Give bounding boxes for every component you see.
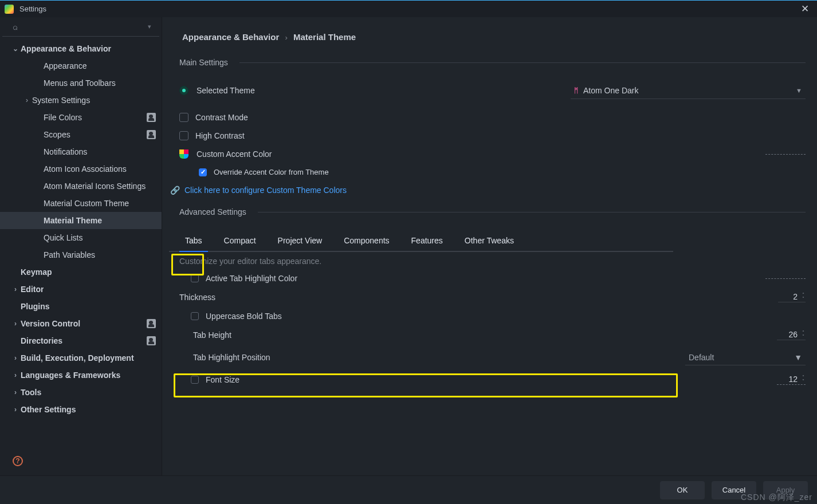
title-bar: Settings ✕ — [0, 0, 817, 17]
tab-components[interactable]: Components — [338, 231, 395, 251]
breadcrumb: Appearance & Behavior › Material Theme — [162, 17, 817, 50]
checkbox-contrast-mode[interactable] — [179, 113, 188, 122]
tree-item-version-control[interactable]: ›Version Control — [0, 315, 162, 332]
tree-item-directories[interactable]: Directories — [0, 332, 162, 349]
help-row: ? — [0, 447, 162, 475]
tree-item-file-colors[interactable]: File Colors — [0, 109, 162, 126]
tab-highlight-pos-label: Tab Highlight Position — [193, 353, 685, 362]
tree-item-other-settings[interactable]: ›Other Settings — [0, 401, 162, 418]
chevron-right-icon[interactable]: › — [10, 371, 21, 379]
tree-item-label: Version Control — [21, 319, 80, 328]
tree-item-label: Editor — [21, 285, 44, 294]
chevron-down-icon: ▼ — [794, 353, 802, 362]
high-contrast-label: High Contrast — [195, 131, 806, 140]
breadcrumb-root[interactable]: Appearance & Behavior — [182, 32, 279, 42]
tree-item-path-variables[interactable]: Path Variables — [0, 246, 162, 263]
tree-item-notifications[interactable]: Notifications — [0, 143, 162, 160]
theme-select-value: Atom One Dark — [583, 86, 796, 95]
close-icon[interactable]: ✕ — [798, 3, 812, 15]
tab-project-view[interactable]: Project View — [272, 231, 328, 251]
checkbox-high-contrast[interactable] — [179, 131, 188, 140]
search-icon: ⌕ — [13, 22, 18, 32]
tab-other-tweaks[interactable]: Other Tweaks — [459, 231, 520, 251]
tree-item-tools[interactable]: ›Tools — [0, 384, 162, 401]
tab-highlight-position-select[interactable]: Default ▼ — [685, 349, 806, 365]
font-size-stepper[interactable]: 12 ˄˅ — [777, 375, 806, 385]
chevron-right-icon: › — [285, 33, 287, 42]
chevron-right-icon[interactable]: › — [10, 405, 21, 414]
tree-item-material-theme[interactable]: Material Theme — [0, 212, 162, 229]
apply-button[interactable]: Apply — [763, 481, 808, 499]
tree-item-quick-lists[interactable]: Quick Lists — [0, 229, 162, 246]
chevron-down-icon[interactable]: ⌄ — [10, 45, 21, 53]
chevron-down-icon[interactable]: ˅ — [802, 334, 804, 338]
configure-theme-colors-link[interactable]: Click here to configure Custom Theme Col… — [184, 186, 347, 195]
scope-badge-icon — [147, 130, 156, 139]
tab-highlight-position-value: Default — [689, 353, 714, 362]
thickness-stepper[interactable]: 2 ˄˅ — [778, 292, 806, 302]
help-icon[interactable]: ? — [13, 456, 23, 466]
chevron-right-icon[interactable]: › — [22, 96, 32, 104]
tree-item-label: System Settings — [32, 96, 90, 105]
dialog-footer: OK Cancel Apply — [0, 475, 817, 504]
chevron-right-icon[interactable]: › — [10, 388, 21, 396]
chevron-right-icon[interactable]: › — [10, 354, 21, 362]
settings-tree: ⌄Appearance & BehaviorAppearanceMenus an… — [0, 37, 162, 447]
chevron-down-icon: ▼ — [796, 87, 802, 94]
tab-features[interactable]: Features — [406, 231, 449, 251]
font-size-label: Font Size — [206, 375, 777, 384]
tab-tabs[interactable]: Tabs — [179, 231, 208, 251]
tree-item-menus-and-toolbars[interactable]: Menus and Toolbars — [0, 74, 162, 92]
tabs-description: Customize your editor tabs appearance. — [169, 252, 806, 269]
active-tab-color-swatch[interactable] — [765, 278, 806, 279]
tree-item-label: Appearance & Behavior — [21, 44, 111, 53]
tree-item-label: Languages & Frameworks — [21, 371, 120, 380]
tab-height-label: Tab Height — [193, 330, 777, 340]
main-panel: Appearance & Behavior › Material Theme M… — [162, 17, 817, 475]
checkbox-active-tab-color[interactable] — [191, 274, 199, 282]
tree-item-scopes[interactable]: Scopes — [0, 126, 162, 143]
chevron-down-icon[interactable]: ˅ — [802, 297, 804, 301]
scope-badge-icon — [147, 319, 156, 328]
tree-item-material-custom-theme[interactable]: Material Custom Theme — [0, 195, 162, 212]
search-dropdown-icon[interactable]: ▾ — [148, 23, 151, 30]
material-logo-icon: ᛗ — [574, 86, 578, 94]
app-icon — [5, 5, 14, 14]
tab-height-value: 26 — [788, 330, 801, 339]
thickness-value: 2 — [789, 292, 801, 301]
section-label: Advanced Settings — [179, 207, 246, 216]
tree-item-languages-frameworks[interactable]: ›Languages & Frameworks — [0, 367, 162, 384]
ok-button[interactable]: OK — [660, 481, 705, 499]
tab-height-stepper[interactable]: 26 ˄˅ — [777, 330, 806, 340]
sidebar-search[interactable]: ⌕ ▾ — [2, 17, 159, 37]
section-advanced-settings: Advanced Settings — [169, 199, 806, 221]
cancel-button[interactable]: Cancel — [712, 481, 756, 499]
checkbox-uppercase-tabs[interactable] — [191, 312, 199, 320]
tree-item-appearance[interactable]: Appearance — [0, 57, 162, 74]
tree-item-atom-material-icons-settings[interactable]: Atom Material Icons Settings — [0, 178, 162, 195]
tree-item-build-execution-deployment[interactable]: ›Build, Execution, Deployment — [0, 349, 162, 367]
theme-select[interactable]: ᛗ Atom One Dark ▼ — [571, 82, 806, 99]
chevron-right-icon[interactable]: › — [10, 285, 21, 293]
tree-item-label: Appearance — [44, 61, 87, 70]
radio-selected-theme[interactable] — [179, 86, 188, 95]
tab-compact[interactable]: Compact — [218, 231, 262, 251]
tab-bar: TabsCompactProject ViewComponentsFeature… — [169, 226, 673, 252]
accent-color-swatch[interactable] — [765, 154, 806, 155]
tree-item-keymap[interactable]: Keymap — [0, 263, 162, 281]
tree-item-label: Material Theme — [44, 216, 102, 225]
tree-item-editor[interactable]: ›Editor — [0, 281, 162, 298]
chevron-right-icon[interactable]: › — [10, 320, 21, 328]
tree-item-label: Other Settings — [21, 405, 76, 414]
tree-item-atom-icon-associations[interactable]: Atom Icon Associations — [0, 160, 162, 178]
chevron-down-icon[interactable]: ˅ — [802, 379, 804, 383]
window-title: Settings — [19, 5, 46, 13]
tree-item-plugins[interactable]: Plugins — [0, 298, 162, 315]
sidebar: ⌕ ▾ ⌄Appearance & BehaviorAppearanceMenu… — [0, 17, 162, 475]
override-accent-label: Override Accent Color from Theme — [214, 168, 329, 176]
checkbox-override-accent[interactable] — [199, 168, 207, 176]
tree-item-system-settings[interactable]: ›System Settings — [0, 92, 162, 109]
checkbox-font-size[interactable] — [191, 376, 199, 384]
tree-item-appearance-behavior[interactable]: ⌄Appearance & Behavior — [0, 40, 162, 57]
tree-item-label: Plugins — [21, 302, 50, 311]
